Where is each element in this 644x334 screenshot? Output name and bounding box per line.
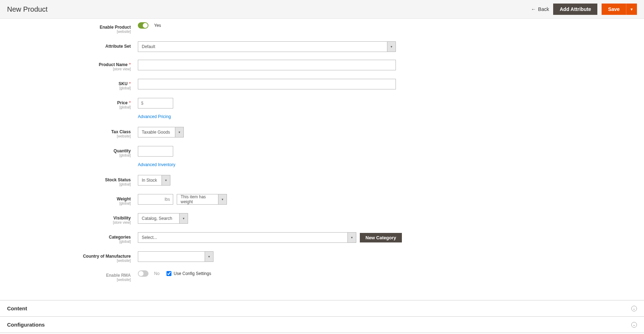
field-attribute-set: Attribute Set Default ▼ <box>28 41 431 52</box>
add-attribute-button[interactable]: Add Attribute <box>553 4 597 15</box>
expand-icon: ⌄ <box>631 322 637 328</box>
field-enable-product: Enable Product [website] Yes <box>28 22 431 34</box>
sku-input[interactable] <box>138 79 396 89</box>
visibility-value: Catalog, Search <box>138 213 179 223</box>
required-icon: * <box>129 81 131 86</box>
section-configurations[interactable]: Configurations ⌄ <box>0 317 644 333</box>
header-actions: ← Back Add Attribute Save ▼ <box>531 4 637 15</box>
field-enable-rma: Enable RMA [website] No Use Config Setti… <box>28 270 431 282</box>
chevron-down-icon: ▼ <box>162 175 170 185</box>
product-form: Enable Product [website] Yes Attribute S… <box>21 19 438 300</box>
quantity-label: Quantity <box>113 148 131 153</box>
sku-scope: [global] <box>28 86 131 90</box>
chevron-down-icon: ▼ <box>218 194 227 204</box>
weight-type-value: This item has weight <box>177 194 218 204</box>
weight-unit: lbs <box>162 197 173 202</box>
collapsible-sections: Content ⌄ Configurations ⌄ Images And Vi… <box>0 300 644 334</box>
page-title: New Product <box>7 5 48 13</box>
expand-icon: ⌄ <box>631 306 637 311</box>
product-name-label: Product Name <box>99 62 128 67</box>
weight-scope: [global] <box>28 201 131 205</box>
field-categories: Categories [global] Select... ▼ New Cate… <box>28 232 431 244</box>
section-content[interactable]: Content ⌄ <box>0 300 644 317</box>
enable-product-value: Yes <box>154 23 161 28</box>
price-scope: [global] <box>28 105 131 109</box>
currency-symbol: $ <box>138 101 146 106</box>
price-input[interactable] <box>146 98 173 108</box>
required-icon: * <box>129 62 131 67</box>
enable-rma-scope: [website] <box>28 278 131 282</box>
categories-label: Categories <box>109 235 131 240</box>
save-button[interactable]: Save <box>602 4 626 15</box>
enable-product-scope: [website] <box>28 30 131 34</box>
field-price: Price* [global] $ Advanced Pricing <box>28 98 431 119</box>
stock-status-value: In Stock <box>138 175 162 185</box>
visibility-label: Visibility <box>113 216 131 221</box>
chevron-down-icon: ▼ <box>347 233 356 242</box>
visibility-select[interactable]: Catalog, Search ▼ <box>138 213 188 224</box>
tax-class-select[interactable]: Taxable Goods ▼ <box>138 127 184 137</box>
enable-rma-value: No <box>154 271 159 276</box>
stock-status-scope: [global] <box>28 182 131 186</box>
field-sku: SKU* [global] <box>28 79 431 90</box>
field-product-name: Product Name* [store view] <box>28 60 431 71</box>
attribute-set-value: Default <box>138 42 387 52</box>
chevron-down-icon: ▼ <box>175 127 183 137</box>
tax-class-value: Taxable Goods <box>138 127 175 137</box>
arrow-left-icon: ← <box>531 6 536 12</box>
categories-scope: [global] <box>28 240 131 244</box>
enable-rma-toggle[interactable] <box>138 270 148 277</box>
visibility-scope: [store view] <box>28 221 131 224</box>
chevron-down-icon: ▼ <box>179 213 188 223</box>
save-dropdown-toggle[interactable]: ▼ <box>626 4 637 15</box>
country-scope: [website] <box>28 259 131 263</box>
weight-input[interactable] <box>138 194 162 204</box>
new-category-button[interactable]: New Category <box>360 233 402 242</box>
field-visibility: Visibility [store view] Catalog, Search … <box>28 213 431 224</box>
chevron-down-icon: ▼ <box>387 42 396 52</box>
field-quantity: Quantity [global] Advanced Inventory <box>28 146 431 167</box>
field-stock-status: Stock Status [global] In Stock ▼ <box>28 175 431 186</box>
weight-type-select[interactable]: This item has weight ▼ <box>177 194 227 205</box>
country-label: Country of Manufacture <box>83 254 131 259</box>
quantity-scope: [global] <box>28 153 131 157</box>
advanced-pricing-link[interactable]: Advanced Pricing <box>138 114 171 119</box>
field-tax-class: Tax Class [website] Taxable Goods ▼ <box>28 127 431 138</box>
product-name-input[interactable] <box>138 60 396 70</box>
enable-product-toggle[interactable] <box>138 22 148 29</box>
tax-class-label: Tax Class <box>111 129 131 134</box>
weight-input-wrapper: lbs <box>138 194 173 205</box>
save-button-group: Save ▼ <box>602 4 637 15</box>
enable-product-label: Enable Product <box>100 25 131 30</box>
price-input-wrapper: $ <box>138 98 173 109</box>
back-button[interactable]: ← Back <box>531 6 549 12</box>
stock-status-select[interactable]: In Stock ▼ <box>138 175 170 186</box>
advanced-inventory-link[interactable]: Advanced Inventory <box>138 162 175 167</box>
section-content-title: Content <box>7 305 27 311</box>
quantity-input[interactable] <box>138 146 173 157</box>
back-label: Back <box>538 6 549 12</box>
use-config-checkbox[interactable] <box>166 271 171 276</box>
categories-placeholder: Select... <box>138 233 347 242</box>
required-icon: * <box>129 100 131 105</box>
price-label: Price <box>117 100 128 105</box>
chevron-down-icon: ▼ <box>205 252 213 262</box>
section-configurations-title: Configurations <box>7 322 45 328</box>
sku-label: SKU <box>119 81 128 86</box>
use-config-label: Use Config Settings <box>174 271 211 276</box>
attribute-set-label: Attribute Set <box>105 44 131 49</box>
product-name-scope: [store view] <box>28 67 131 71</box>
field-country: Country of Manufacture [website] ▼ <box>28 251 431 263</box>
categories-select[interactable]: Select... ▼ <box>138 232 356 243</box>
use-config-checkbox-row[interactable]: Use Config Settings <box>166 271 211 276</box>
attribute-set-select[interactable]: Default ▼ <box>138 41 396 52</box>
tax-class-scope: [website] <box>28 134 131 138</box>
enable-rma-label: Enable RMA <box>106 273 131 278</box>
country-select[interactable]: ▼ <box>138 251 213 262</box>
stock-status-label: Stock Status <box>105 177 131 182</box>
weight-label: Weight <box>117 197 131 201</box>
field-weight: Weight [global] lbs This item has weight… <box>28 194 431 205</box>
page-header: New Product ← Back Add Attribute Save ▼ <box>0 0 644 19</box>
country-value <box>138 252 205 262</box>
